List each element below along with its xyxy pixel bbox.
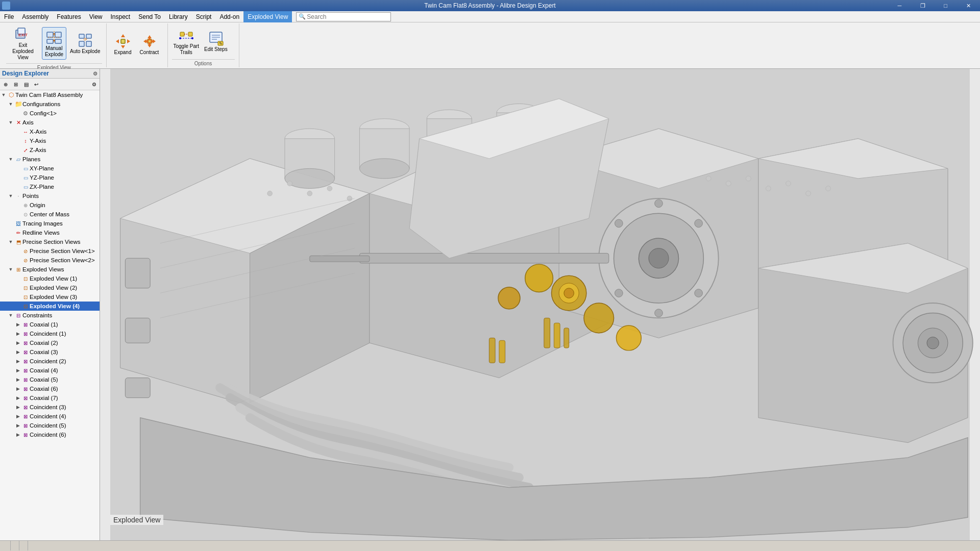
tree-expander-root[interactable]: ▼ [0, 91, 7, 99]
tree-item-coincident6[interactable]: ▶ ⊠ Coincident (6) [0, 430, 100, 439]
tree-item-coincident1[interactable]: ▶ ⊠ Coincident (1) [0, 329, 100, 338]
exit-exploded-icon: EXIT [15, 26, 31, 42]
contract-button[interactable]: Contract [137, 32, 162, 57]
restore-button[interactable]: ❐ [911, 0, 934, 11]
search-input[interactable] [307, 13, 388, 21]
tree-expander-coaxial7[interactable]: ▶ [14, 394, 21, 402]
tree-item-coincident2[interactable]: ▶ ⊠ Coincident (2) [0, 357, 100, 366]
tree-item-config1[interactable]: ⚙ Config<1> [0, 109, 100, 118]
tree-expander-axis-group[interactable]: ▼ [7, 118, 14, 127]
tree-item-psv2[interactable]: ⊘ Precise Section View<2> [0, 256, 100, 265]
tree-label-ev1: Exploded View (1) [30, 276, 77, 282]
svg-point-57 [359, 159, 409, 179]
exit-exploded-button[interactable]: EXIT Exit ExplodedView [6, 24, 40, 62]
maximize-button[interactable]: □ [934, 0, 957, 11]
tree-expander-configurations[interactable]: ▼ [7, 100, 14, 108]
menu-script[interactable]: Script [192, 11, 216, 22]
svg-point-81 [307, 191, 312, 196]
explorer-tool-3[interactable]: ▤ [21, 80, 31, 89]
tree-item-precise-section-views[interactable]: ▼ ⬒ Precise Section Views [0, 237, 100, 246]
tree-item-xy-plane[interactable]: ▭ XY-Plane [0, 164, 100, 173]
auto-explode-button[interactable]: ⟳ Auto Explode [68, 31, 102, 56]
tree-expander-constraints[interactable]: ▼ [7, 311, 14, 319]
tree-item-exploded-views[interactable]: ▼ ⊞ Exploded Views [0, 265, 100, 274]
tree-item-coaxial2[interactable]: ▶ ⊠ Coaxial (2) [0, 338, 100, 347]
tree-expander-precise-section-views[interactable]: ▼ [7, 238, 14, 246]
tree-expander-coaxial5[interactable]: ▶ [14, 375, 21, 384]
tree-item-coaxial4[interactable]: ▶ ⊠ Coaxial (4) [0, 366, 100, 375]
tree-label-y-axis: Y-Axis [30, 138, 46, 144]
menu-view[interactable]: View [85, 11, 107, 22]
tree-expander-exploded-views[interactable]: ▼ [7, 265, 14, 273]
menu-addon[interactable]: Add-on [215, 11, 243, 22]
tree-item-coaxial1[interactable]: ▶ ⊠ Coaxial (1) [0, 320, 100, 329]
tree-container[interactable]: ▼ ⬡ Twin Cam Flat8 Assembly ▼ 📁 Configur… [0, 90, 100, 540]
tree-item-planes-group[interactable]: ▼ ▱ Planes [0, 155, 100, 164]
tree-expander-coincident1[interactable]: ▶ [14, 330, 21, 338]
tree-expander-coincident3[interactable]: ▶ [14, 403, 21, 411]
menu-assembly[interactable]: Assembly [18, 11, 53, 22]
menu-library[interactable]: Library [165, 11, 192, 22]
menu-exploded-view[interactable]: Exploded View [243, 11, 292, 22]
explorer-settings-icon[interactable]: ⚙ [93, 71, 97, 77]
menu-file[interactable]: File [0, 11, 18, 22]
menu-send-to[interactable]: Send To [134, 11, 165, 22]
main-area: Design Explorer ⚙ ⊕ ⊞ ▤ ↩ ⚙ ▼ ⬡ Twin Cam… [0, 69, 980, 540]
tree-expander-coincident4[interactable]: ▶ [14, 412, 21, 420]
tree-expander-coincident5[interactable]: ▶ [14, 421, 21, 430]
tree-item-z-axis[interactable]: ⤢ Z-Axis [0, 145, 100, 155]
tree-item-origin[interactable]: ⊕ Origin [0, 201, 100, 210]
tree-icon-points-group: · [14, 192, 22, 200]
explorer-tool-config[interactable]: ⚙ [89, 80, 99, 89]
tree-item-coaxial6[interactable]: ▶ ⊠ Coaxial (6) [0, 384, 100, 393]
close-button[interactable]: ✕ [957, 0, 980, 11]
edit-steps-button[interactable]: ✎ Edit Steps [203, 29, 229, 54]
tree-item-coaxial5[interactable]: ▶ ⊠ Coaxial (5) [0, 375, 100, 384]
explorer-tool-4[interactable]: ↩ [32, 80, 41, 89]
tree-expander-coincident2[interactable]: ▶ [14, 357, 21, 365]
tree-item-zx-plane[interactable]: ▭ ZX-Plane [0, 182, 100, 191]
expand-icon [115, 33, 131, 49]
tree-item-y-axis[interactable]: ↕ Y-Axis [0, 136, 100, 145]
tree-item-coaxial3[interactable]: ▶ ⊠ Coaxial (3) [0, 347, 100, 357]
tree-item-ev1[interactable]: ⊡ Exploded View (1) [0, 274, 100, 283]
toggle-part-trails-button[interactable]: Toggle PartTrails [172, 26, 201, 57]
tree-item-tracing-images[interactable]: 🖼 Tracing Images [0, 219, 100, 228]
viewport[interactable]: Exploded View [100, 69, 980, 540]
tree-expander-coaxial2[interactable]: ▶ [14, 339, 21, 347]
tree-item-redline-views[interactable]: ✏ Redline Views [0, 228, 100, 237]
tree-item-coaxial7[interactable]: ▶ ⊠ Coaxial (7) [0, 393, 100, 403]
manual-explode-button[interactable]: ManualExplode [42, 27, 66, 60]
tree-expander-coaxial6[interactable]: ▶ [14, 385, 21, 393]
explorer-tool-2[interactable]: ⊞ [11, 80, 20, 89]
tree-item-center-of-mass[interactable]: ⊙ Center of Mass [0, 210, 100, 219]
tree-item-coincident3[interactable]: ▶ ⊠ Coincident (3) [0, 403, 100, 412]
tree-item-ev2[interactable]: ⊡ Exploded View (2) [0, 283, 100, 292]
tree-label-tracing-images: Tracing Images [22, 220, 63, 227]
tree-item-points-group[interactable]: ▼ · Points [0, 191, 100, 201]
tree-label-coaxial1: Coaxial (1) [30, 321, 58, 328]
tree-expander-coaxial3[interactable]: ▶ [14, 348, 21, 356]
tree-expander-points-group[interactable]: ▼ [7, 192, 14, 200]
explorer-tool-1[interactable]: ⊕ [1, 80, 10, 89]
tree-item-psv1[interactable]: ⊘ Precise Section View<1> [0, 246, 100, 256]
tree-item-axis-group[interactable]: ▼ ✕ Axis [0, 118, 100, 127]
tree-expander-center-of-mass [14, 210, 21, 218]
tree-item-x-axis[interactable]: ↔ X-Axis [0, 127, 100, 136]
tree-item-yz-plane[interactable]: ▭ YZ-Plane [0, 173, 100, 182]
tree-item-ev3[interactable]: ⊡ Exploded View (3) [0, 292, 100, 302]
tree-expander-coincident6[interactable]: ▶ [14, 431, 21, 439]
tree-item-ev4[interactable]: ⊡ Exploded View (4) [0, 302, 100, 311]
menu-features[interactable]: Features [53, 11, 85, 22]
expand-button[interactable]: Expand [111, 32, 135, 57]
tree-expander-coaxial4[interactable]: ▶ [14, 366, 21, 374]
tree-item-configurations[interactable]: ▼ 📁 Configurations [0, 99, 100, 109]
menu-inspect[interactable]: Inspect [107, 11, 135, 22]
tree-item-root[interactable]: ▼ ⬡ Twin Cam Flat8 Assembly [0, 90, 100, 99]
minimize-button[interactable]: ─ [888, 0, 911, 11]
tree-expander-coaxial1[interactable]: ▶ [14, 320, 21, 329]
tree-expander-planes-group[interactable]: ▼ [7, 155, 14, 163]
tree-item-constraints[interactable]: ▼ ⊟ Constraints [0, 311, 100, 320]
tree-item-coincident5[interactable]: ▶ ⊠ Coincident (5) [0, 421, 100, 430]
tree-item-coincident4[interactable]: ▶ ⊠ Coincident (4) [0, 412, 100, 421]
